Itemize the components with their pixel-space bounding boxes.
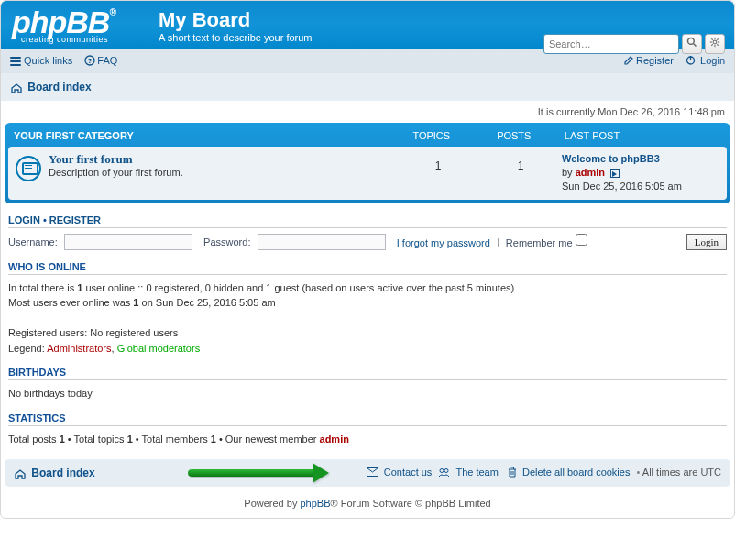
svg-point-16 (440, 468, 444, 472)
login-submit-button[interactable]: Login (686, 234, 727, 250)
power-icon (686, 55, 696, 67)
delete-cookies-link[interactable]: Delete all board cookies (522, 467, 630, 478)
col-header-posts: POSTS (473, 130, 555, 141)
who-is-online-section: WHO IS ONLINE In total there is 1 user o… (1, 258, 734, 364)
phpbb-logo[interactable]: phpBB® creating communities (12, 8, 115, 44)
quick-links-menu[interactable]: Quick links (10, 55, 72, 66)
password-label: Password: (203, 236, 250, 247)
search-button[interactable] (682, 34, 702, 54)
help-icon: ? (84, 55, 95, 68)
last-post-title-link[interactable]: Welcome to phpBB3 (562, 153, 660, 164)
login-link[interactable]: Login (686, 55, 725, 66)
birthdays-text: No birthdays today (8, 386, 727, 401)
remember-me-label: Remember me (506, 236, 573, 247)
svg-point-0 (687, 38, 694, 45)
username-input[interactable] (64, 234, 192, 250)
statistics-heading: STATISTICS (8, 412, 727, 426)
menu-icon (10, 55, 21, 68)
forum-topics-count: 1 (397, 152, 479, 172)
forum-last-post: Welcome to phpBB3 by admin Sun Dec 25, 2… (562, 152, 718, 194)
svg-text:?: ? (88, 57, 93, 65)
newest-member-link[interactable]: admin (320, 434, 349, 445)
credits: Powered by phpBB® Forum Software © phpBB… (1, 490, 734, 518)
envelope-icon (367, 467, 378, 478)
forum-icon (16, 156, 41, 181)
remember-me-checkbox[interactable] (576, 234, 587, 246)
legend-mods-link[interactable]: Global moderators (117, 343, 201, 354)
board-title: My Board (159, 8, 723, 32)
register-link[interactable]: Register (624, 55, 674, 66)
forum-title-link[interactable]: Your first forum (49, 152, 132, 166)
forgot-password-link[interactable]: I forgot my password (397, 236, 490, 247)
who-heading: WHO IS ONLINE (8, 261, 727, 275)
svg-line-1 (693, 44, 696, 47)
svg-line-8 (717, 44, 719, 46)
svg-point-2 (713, 40, 717, 44)
settings-button[interactable] (705, 34, 725, 54)
footer-nav: Board index Contact us The team Delete a… (5, 459, 730, 487)
svg-line-10 (717, 38, 719, 40)
board-index-link[interactable]: Board index (27, 81, 91, 93)
contact-us-link[interactable]: Contact us (384, 467, 433, 478)
category-block: YOUR FIRST CATEGORY TOPICS POSTS LAST PO… (5, 123, 730, 203)
login-heading-link[interactable]: LOGIN (8, 214, 40, 225)
team-link[interactable]: The team (455, 467, 498, 478)
birthdays-heading: BIRTHDAYS (8, 367, 727, 380)
faq-link[interactable]: ?FAQ (84, 55, 117, 66)
forum-description: Description of your first forum. (49, 167, 397, 178)
legend-admins-link[interactable]: Administrators (47, 343, 111, 354)
forum-row: Your first forum Description of your fir… (8, 147, 727, 200)
password-input[interactable] (258, 234, 386, 250)
svg-line-7 (711, 38, 713, 40)
site-header: phpBB® creating communities My Board A s… (1, 1, 734, 49)
search-input[interactable] (543, 34, 679, 54)
goto-last-post-icon[interactable] (610, 169, 620, 178)
svg-point-17 (444, 468, 448, 472)
annotation-arrow (188, 463, 335, 483)
current-time: It is currently Mon Dec 26, 2016 11:48 p… (1, 101, 734, 121)
category-name[interactable]: YOUR FIRST CATEGORY (14, 130, 134, 141)
birthdays-section: BIRTHDAYS No birthdays today (1, 363, 734, 409)
register-heading-link[interactable]: REGISTER (49, 214, 101, 225)
last-post-author-link[interactable]: admin (576, 167, 605, 178)
registered-users: Registered users: No registered users (8, 327, 178, 338)
phpbb-link[interactable]: phpBB (300, 498, 330, 509)
home-icon (14, 468, 27, 479)
forum-posts-count: 1 (479, 152, 562, 172)
username-label: Username: (8, 236, 58, 247)
register-icon (624, 55, 634, 67)
breadcrumb: Board index (1, 73, 734, 101)
footer-board-index-link[interactable]: Board index (31, 467, 94, 479)
team-icon (438, 467, 450, 479)
timezone-text: All times are UTC (642, 467, 721, 478)
login-section: LOGIN • REGISTER Login Username: Passwor… (1, 211, 734, 258)
col-header-topics: TOPICS (390, 130, 473, 141)
svg-line-9 (711, 44, 713, 46)
statistics-section: STATISTICS Total posts 1 • Total topics … (1, 409, 734, 455)
home-icon (10, 82, 23, 93)
last-post-time: Sun Dec 25, 2016 5:05 am (562, 181, 682, 192)
trash-icon (508, 467, 517, 479)
col-header-lastpost: LAST POST (565, 130, 620, 141)
